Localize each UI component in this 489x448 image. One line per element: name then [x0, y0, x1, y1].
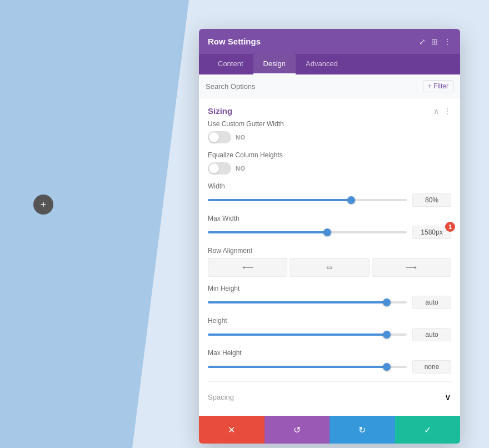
row-alignment-label: Row Alignment: [208, 247, 451, 255]
section-more-icon[interactable]: ⋮: [443, 107, 451, 116]
panel-footer: ✕ ↺ ↻ ✓: [199, 416, 460, 444]
add-element-button[interactable]: +: [33, 195, 53, 215]
setting-equalize-column-heights: Equalize Column Heights NO: [208, 151, 451, 175]
save-button[interactable]: ✓: [395, 416, 461, 444]
max-width-value[interactable]: 1580px 1: [412, 226, 451, 239]
setting-max-height: Max Height none: [208, 349, 451, 374]
height-slider-thumb[interactable]: [383, 331, 391, 339]
equalize-column-state: NO: [236, 165, 246, 172]
equalize-column-toggle[interactable]: [208, 162, 231, 175]
spacing-title: Spacing: [208, 393, 234, 401]
align-left-button[interactable]: ⟵: [208, 258, 287, 277]
width-slider-track[interactable]: [208, 199, 407, 201]
layout-icon[interactable]: ⊞: [431, 37, 438, 46]
max-height-label: Max Height: [208, 349, 451, 357]
max-width-slider-fill: [208, 231, 327, 233]
setting-use-custom-gutter-width: Use Custom Gutter Width NO: [208, 120, 451, 143]
search-bar: + Filter: [199, 74, 460, 98]
max-height-slider-track[interactable]: [208, 366, 407, 368]
min-height-slider-thumb[interactable]: [383, 298, 391, 306]
panel-body: Sizing ∧ ⋮ Use Custom Gutter Width NO Eq…: [199, 98, 460, 416]
align-center-button[interactable]: ⇔: [290, 258, 369, 277]
height-value[interactable]: auto: [412, 328, 451, 341]
use-custom-gutter-toggle[interactable]: [208, 131, 231, 143]
panel-title: Row Settings: [208, 37, 261, 46]
tab-content[interactable]: Content: [208, 54, 253, 74]
setting-max-width: Max Width 1580px 1: [208, 215, 451, 239]
width-label: Width: [208, 182, 451, 190]
toggle-knob-2: [209, 163, 219, 173]
min-height-slider-track[interactable]: [208, 301, 407, 303]
height-slider-track[interactable]: [208, 333, 407, 336]
use-custom-gutter-state: NO: [236, 134, 246, 141]
max-width-slider-track[interactable]: [208, 231, 407, 233]
width-value[interactable]: 80%: [412, 193, 451, 207]
row-settings-panel: Row Settings ⤢ ⊞ ⋮ Content Design Advanc…: [199, 29, 460, 444]
width-slider-thumb[interactable]: [347, 196, 355, 204]
max-height-slider-thumb[interactable]: [383, 363, 391, 371]
max-width-slider-thumb[interactable]: [323, 228, 331, 236]
expand-icon[interactable]: ⤢: [419, 37, 426, 46]
panel-header-icons: ⤢ ⊞ ⋮: [419, 37, 451, 46]
panel-header: Row Settings ⤢ ⊞ ⋮: [199, 29, 460, 54]
equalize-column-label: Equalize Column Heights: [208, 151, 451, 159]
min-height-slider-fill: [208, 301, 387, 303]
max-width-badge: 1: [445, 222, 455, 232]
section-controls: ∧ ⋮: [433, 107, 451, 116]
min-height-value[interactable]: auto: [412, 296, 451, 309]
min-height-label: Min Height: [208, 285, 451, 292]
redo-button[interactable]: ↻: [330, 416, 395, 444]
alignment-buttons: ⟵ ⇔ ⟶: [208, 258, 451, 277]
filter-button[interactable]: + Filter: [423, 80, 453, 92]
sizing-section-header: Sizing ∧ ⋮: [208, 98, 451, 120]
more-icon[interactable]: ⋮: [443, 37, 451, 46]
max-height-slider-fill: [208, 366, 387, 368]
max-width-label: Max Width: [208, 215, 451, 222]
use-custom-gutter-label: Use Custom Gutter Width: [208, 120, 451, 128]
spacing-expand-icon[interactable]: ∨: [445, 392, 451, 402]
tab-advanced[interactable]: Advanced: [296, 54, 348, 74]
align-right-button[interactable]: ⟶: [372, 258, 451, 277]
width-slider-fill: [208, 199, 351, 201]
setting-row-alignment: Row Alignment ⟵ ⇔ ⟶: [208, 247, 451, 277]
spacing-section-header[interactable]: Spacing ∨: [208, 387, 451, 407]
tabs-bar: Content Design Advanced: [199, 54, 460, 74]
max-height-value[interactable]: none: [412, 360, 451, 374]
tab-design[interactable]: Design: [253, 54, 296, 74]
setting-height: Height auto: [208, 317, 451, 341]
setting-width: Width 80%: [208, 182, 451, 207]
toggle-knob: [209, 132, 219, 142]
cancel-button[interactable]: ✕: [199, 416, 265, 444]
search-input[interactable]: [206, 82, 423, 91]
collapse-icon[interactable]: ∧: [433, 107, 439, 116]
reset-button[interactable]: ↺: [265, 416, 330, 444]
spacing-section: Spacing ∨: [208, 381, 451, 407]
setting-min-height: Min Height auto: [208, 285, 451, 309]
height-slider-fill: [208, 333, 387, 336]
sizing-title: Sizing: [208, 106, 232, 116]
height-label: Height: [208, 317, 451, 325]
